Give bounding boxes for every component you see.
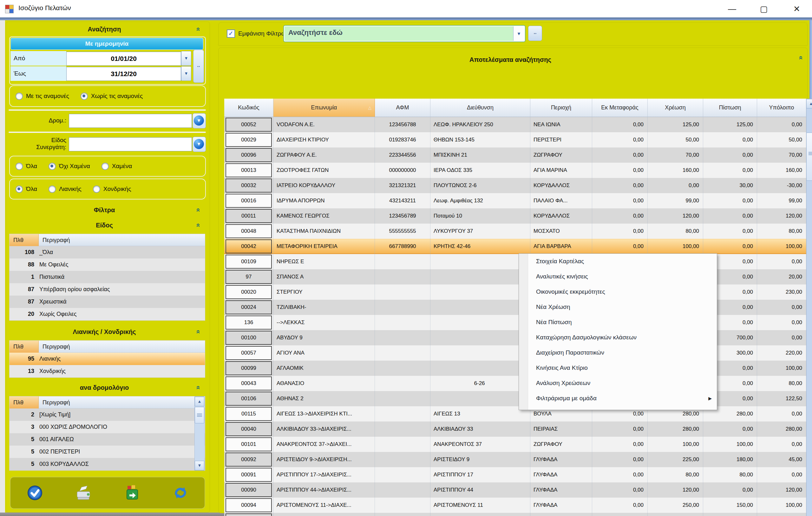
table-row[interactable]: 00016ΙΔΡΥΜΑ ΑΠΟΡΡΩΝ432143211Λεωφ. Αμφιθέ…	[224, 193, 806, 208]
cell-code[interactable]: 00091	[224, 467, 273, 482]
menu-item[interactable]: Φιλτράρισμα με ομάδα▶	[519, 391, 717, 406]
radio-button[interactable]	[49, 163, 56, 170]
description-column-header[interactable]: Περιγραφή	[39, 234, 205, 246]
table-row[interactable]: 00095ΑΡΙΣΤΟΤΕΛΟΥΣ 30->ΔΙΑΧΕΙ...ΑΡΙΣΤΟΤΕΛ…	[224, 513, 806, 516]
export-button[interactable]	[122, 483, 142, 503]
count-column-header[interactable]: Πλθ	[9, 341, 39, 353]
radio-button[interactable]	[16, 185, 23, 193]
table-row[interactable]: 00099ΑΓΛΑΟΜΙΚΖΩΓΡΑΦΟΥ0,00100,000,00100,0…	[224, 361, 806, 376]
cell-code[interactable]: 00092	[224, 452, 273, 467]
table-row[interactable]: 00115ΑΙΓΕΩΣ 13->ΔΙΑΧΕΙΡΙΣΗ ΚΤΙ...ΑΙΓΕΩΣ …	[224, 406, 806, 422]
table-row[interactable]: 00094ΑΡΙΣΤΟΜΕΝΟΥΣ 11->ΔΙΑΧΕ...ΑΡΙΣΤΟΜΕΝΟ…	[224, 497, 806, 513]
list-item[interactable]: 95Λιανικής	[9, 353, 205, 365]
cell-code[interactable]: 00024	[224, 300, 273, 315]
list-item[interactable]: 5003 ΚΟΡΥΔΑΛΛΟΣ	[9, 458, 205, 470]
cell-code[interactable]: 00057	[224, 345, 273, 361]
menu-item[interactable]: Νέα Χρέωση	[519, 299, 717, 315]
date-to-dropdown[interactable]: ▼	[181, 66, 191, 81]
cell-code[interactable]: 00100	[224, 330, 273, 345]
column-header-Χρέωση[interactable]: Χρέωση	[648, 98, 703, 117]
radio-label[interactable]: Χωρίς τις αναμονές	[91, 93, 143, 99]
collapse-route-icon[interactable]: «	[195, 386, 201, 390]
table-row[interactable]: 00100ΑΒΥΔΟΥ 9ΖΩΓΡΑΦΟΥ0,00700,00700,000,0…	[224, 330, 806, 345]
cell-code[interactable]: 00095	[224, 513, 273, 516]
description-column-header[interactable]: Περιγραφή	[39, 396, 205, 408]
radio-button[interactable]	[102, 163, 109, 170]
cell-code[interactable]: 00016	[224, 193, 273, 208]
count-column-header[interactable]: Πλθ	[9, 234, 39, 246]
radio-label[interactable]: Χαμένα	[112, 163, 132, 170]
menu-item[interactable]: Κινήσεις Ανα Κτίριο	[519, 360, 717, 375]
menu-item[interactable]: Αναλυτικές κινήσεις	[519, 269, 717, 284]
description-column-header[interactable]: Περιγραφή	[39, 341, 205, 353]
cell-code[interactable]: 00029	[224, 132, 273, 147]
table-row[interactable]: 00040ΑΛΚΙΒΙΑΔΟΥ 33->ΔΙΑΧΕΙΡΙΣ...ΑΛΚΙΒΙΑΔ…	[224, 422, 806, 437]
table-row[interactable]: 00057ΑΓΙΟΥ ΑΝΑΝΕΑ ΣΜΥΡΝΗ480,0040,00300,0…	[224, 345, 806, 361]
date-from-input[interactable]: 01/01/20	[66, 52, 181, 66]
show-filters-checkbox[interactable]: ✓	[227, 29, 235, 38]
collapse-retail-icon[interactable]: «	[195, 330, 201, 334]
date-from-dropdown[interactable]: ▼	[181, 51, 191, 66]
table-row[interactable]: 00096ΖΩΓΡΑΦΟΥ Α.Ε.223344556ΜΠΙΣΚΙΝΗ 21ΖΩ…	[224, 147, 806, 163]
partner-dropdown-button[interactable]: ▼	[193, 137, 206, 152]
date-more-button[interactable]: ..	[193, 50, 204, 83]
column-header-ΑΦΜ[interactable]: ΑΦΜ	[375, 98, 430, 117]
menu-item[interactable]: Διαχείριση Παραστατικών	[519, 345, 717, 360]
cell-code[interactable]: 00043	[224, 376, 273, 391]
radio-label[interactable]: Όλα	[26, 163, 37, 170]
cell-code[interactable]: 00106	[224, 391, 273, 406]
cell-code[interactable]: 00115	[224, 406, 273, 422]
table-row[interactable]: 00101ΑΝΑΚΡΕΟΝΤΟΣ 37->ΔΙΑΧΕΙ...ΑΝΑΚΡΕΟΝΤΟ…	[224, 437, 806, 452]
cell-code[interactable]: 00020	[224, 285, 273, 300]
menu-item[interactable]: Στοιχεία Καρτέλας	[519, 254, 717, 269]
list-item[interactable]: 3000 ΧΩΡΙΣ ΔΡΟΜΟΛΟΓΙΟ	[9, 421, 205, 433]
radio-button[interactable]	[16, 163, 23, 170]
collapse-eidos-icon[interactable]: «	[195, 223, 201, 227]
cell-code[interactable]: 00032	[224, 178, 273, 193]
maximize-button[interactable]: ▢	[755, 3, 773, 15]
search-dropdown-icon[interactable]: ▼	[513, 26, 524, 41]
scroll-thumb[interactable]	[806, 133, 812, 181]
table-row[interactable]: 00042ΜΕΤΑΦΟΡΙΚΗ ΕΤΑΙΡΕΙΑ667788990ΚΡΗΤΗΣ …	[224, 239, 806, 254]
date-filter-header[interactable]: Με ημερομηνία	[10, 38, 203, 50]
collapse-filters-icon[interactable]: «	[195, 208, 201, 212]
column-header-Κωδικός[interactable]: Κωδικός	[224, 98, 273, 117]
list-item[interactable]: 20Χωρίς Οφειλες	[9, 308, 205, 320]
menu-item[interactable]: Νέα Πίστωση	[519, 315, 717, 330]
column-header-Επωνυμία[interactable]: Επωνυμία△	[273, 98, 375, 117]
grid-scrollbar[interactable]: ▲ ▼	[806, 98, 812, 516]
list-item[interactable]: 2[Χωρίς Τιμή]	[9, 408, 205, 421]
radio-button[interactable]	[49, 185, 56, 193]
table-row[interactable]: 00090ΑΡΙΣΤΙΠΠΟΥ 44->ΔΙΑΧΕΙΡΙΣ...ΑΡΙΣΤΙΠΠ…	[224, 482, 806, 497]
column-header-Διεύθυνση[interactable]: Διεύθυνση	[430, 98, 530, 117]
radio-label[interactable]: Λιανικής	[59, 185, 82, 193]
column-header-Εκ Μεταφοράς[interactable]: Εκ Μεταφοράς	[592, 98, 648, 117]
cell-code[interactable]: 00099	[224, 361, 273, 376]
cell-code[interactable]: 00013	[224, 163, 273, 178]
route-input[interactable]	[69, 114, 192, 128]
menu-item[interactable]: Ανάλυση Χρεώσεων	[519, 375, 717, 391]
cell-code[interactable]: 97	[224, 269, 273, 285]
table-row[interactable]: 00048ΚΑΤΑΣΤΗΜΑ ΠΑΙΧΝΙΔΙΩΝ555555555ΛΥΚΟΥΡ…	[224, 224, 806, 239]
cell-code[interactable]: 00101	[224, 437, 273, 452]
cell-code[interactable]: 00052	[224, 117, 273, 132]
radio-label[interactable]: Όλα	[26, 185, 37, 193]
collapse-search-icon[interactable]: «	[195, 27, 201, 31]
table-row[interactable]: 00013ΖΩΟΤΡΟΦΕΣ ΓΑΤΩΝ000000000ΙΕΡΑ ΟΔΟΣ 3…	[224, 163, 806, 178]
date-to-input[interactable]: 31/12/20	[66, 67, 181, 81]
cell-code[interactable]: 00096	[224, 147, 273, 163]
column-header-Πίστωση[interactable]: Πίστωση	[703, 98, 757, 117]
scroll-thumb[interactable]	[195, 407, 204, 423]
column-header-Υπόλοιπο[interactable]: Υπόλοιπο	[757, 98, 806, 117]
minimize-button[interactable]: —	[723, 3, 741, 15]
scroll-down-icon[interactable]: ▼	[195, 461, 204, 470]
table-row[interactable]: 97ΣΠΑΝΟΣ ΑΠΛΑΤΕΙΑ ΒΙΚ...0,0020,000,0020,…	[224, 269, 806, 285]
radio-button[interactable]	[93, 185, 100, 193]
radio-button[interactable]	[16, 93, 23, 100]
list-item[interactable]: 87Χρεωστικά	[9, 295, 205, 308]
count-column-header[interactable]: Πλθ	[9, 396, 39, 408]
scroll-up-icon[interactable]: ▲	[195, 397, 204, 406]
list-item[interactable]: 87Υπέρβαση ορίου ασφαλείας	[9, 283, 205, 295]
route-dropdown-button[interactable]: ▼	[193, 113, 206, 128]
cell-code[interactable]: 00048	[224, 224, 273, 239]
